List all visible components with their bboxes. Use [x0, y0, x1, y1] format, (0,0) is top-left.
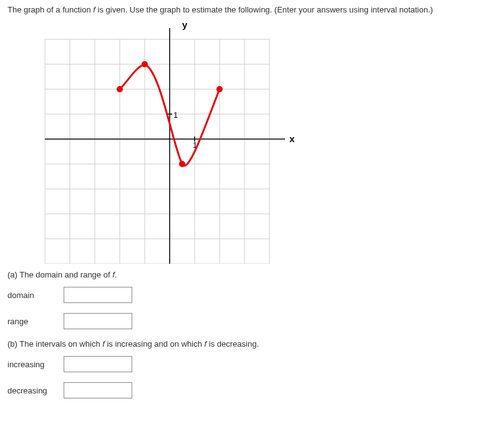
domain-label: domain	[7, 291, 64, 300]
qb-t1: (b) The intervals on which	[7, 339, 102, 349]
questions-section: (a) The domain and range of f. domain ra…	[7, 270, 497, 398]
graph-container: 1 1 y x	[39, 21, 497, 264]
y-axis-label: y	[182, 21, 188, 30]
decreasing-input[interactable]	[64, 382, 132, 398]
domain-row: domain	[7, 287, 497, 303]
range-input[interactable]	[64, 313, 132, 329]
decreasing-label: decreasing	[7, 386, 64, 395]
range-row: range	[7, 313, 497, 329]
increasing-label: increasing	[7, 360, 64, 369]
increasing-input[interactable]	[64, 356, 132, 372]
prompt-text-2: is given. Use the graph to estimate the …	[95, 5, 433, 14]
question-a-text: (a) The domain and range of f.	[7, 270, 497, 279]
qa-suffix: .	[115, 270, 117, 279]
local-max-point	[142, 61, 148, 67]
endpoint-right	[216, 86, 223, 92]
domain-input[interactable]	[64, 287, 132, 303]
question-a: (a) The domain and range of f. domain ra…	[7, 270, 497, 329]
function-graph: 1 1 y x	[39, 21, 313, 264]
local-min-point	[179, 161, 185, 167]
question-prompt: The graph of a function f is given. Use …	[7, 5, 497, 14]
question-b: (b) The intervals on which f is increasi…	[7, 339, 497, 398]
qb-t2: is increasing and on which	[105, 339, 205, 349]
y-tick-1: 1	[173, 110, 178, 120]
qa-prefix: (a) The domain and range of	[7, 270, 112, 279]
endpoint-left	[117, 86, 123, 92]
x-axis-label: x	[289, 133, 295, 144]
question-b-text: (b) The intervals on which f is increasi…	[7, 339, 497, 349]
prompt-text-1: The graph of a function	[7, 5, 93, 14]
increasing-row: increasing	[7, 356, 497, 372]
decreasing-row: decreasing	[7, 382, 497, 398]
range-label: range	[7, 317, 64, 326]
qb-t3: is decreasing.	[206, 339, 259, 349]
